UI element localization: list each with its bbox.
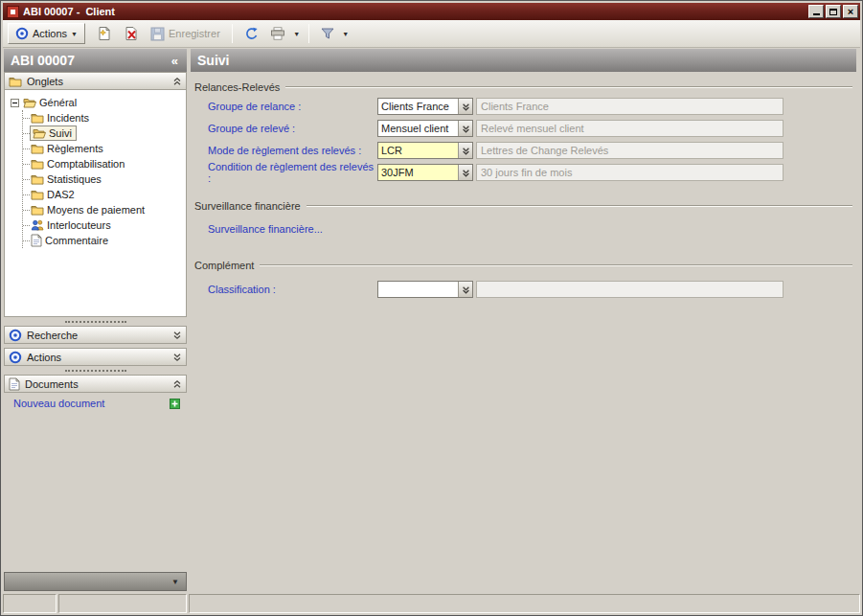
documents-icon [9,377,20,391]
sidebar-bottom-strip[interactable]: ▼ [4,572,187,591]
chevron-up-icon[interactable] [172,77,182,86]
chevron-down-icon[interactable] [172,353,182,362]
delete-button[interactable] [118,23,145,44]
surveillance-link-row: Surveillance financière... [208,223,854,235]
tree-connector [23,225,30,226]
tree-item-label: Commentaire [45,234,111,247]
tree-collapse-icon[interactable] [11,99,19,107]
sidebar-collapse-button[interactable]: « [170,54,180,68]
toolbar-separator [232,24,233,43]
sidebar-header: ABI 00007 « [4,49,187,72]
titlebar: ABI 00007 - Client × [3,3,860,20]
tree-item-das2[interactable]: DAS2 [23,187,184,202]
combo-dropdown-button[interactable] [458,165,472,180]
field-label: Condition de règlement des relevés : [208,161,377,184]
close-button[interactable]: × [843,5,858,18]
folder-icon [31,112,44,124]
minimize-button[interactable] [808,5,824,18]
actions-menu-label: Actions [33,28,67,39]
filter-dropdown-icon: ▼ [342,31,349,37]
filter-button[interactable] [315,23,340,44]
page-title: Suivi [197,53,850,68]
condition-reglement-combo[interactable]: 30JFM [377,164,473,181]
delete-icon [124,26,139,41]
tree-selection: Suivi [30,125,77,141]
print-dropdown-icon: ▼ [293,31,300,37]
tree-item-suivi[interactable]: Suivi [23,125,184,141]
strip-dropdown-icon: ▼ [171,579,179,585]
tree-item-label: Règlements [47,142,106,155]
groupe-releve-combo[interactable]: Mensuel client [377,120,473,137]
main-panel: Suivi Relances-Relevés Groupe de relance… [191,49,859,591]
maximize-button[interactable] [826,5,841,18]
tree-connector [23,240,30,241]
new-document-link[interactable]: Nouveau document [13,398,170,409]
classification-display [476,281,784,298]
add-document-button[interactable] [170,399,180,409]
tree-item-label: DAS2 [47,188,78,201]
main-content: Relances-Relevés Groupe de relance : Cli… [191,72,856,591]
tree-item-label: Comptabilisation [47,157,127,171]
refresh-button[interactable] [238,23,264,44]
combo-arrow-icon [462,169,470,177]
tree-item-comptabilisation[interactable]: Comptabilisation [23,156,184,171]
print-dropdown-button[interactable]: ▼ [291,23,303,44]
combo-value: Clients France [378,99,458,114]
field-label: Classification : [208,284,377,295]
plus-icon [170,399,180,409]
combo-value: Mensuel client [378,121,458,136]
panel-header-documents[interactable]: Documents [4,375,187,393]
classification-combo[interactable] [377,281,473,298]
maximize-icon [829,9,837,15]
chevron-up-icon[interactable] [172,379,182,389]
panel-header-actions[interactable]: Actions [4,348,187,366]
tree-item-incidents[interactable]: Incidents [23,110,184,125]
panel-header-recherche[interactable]: Recherche [4,326,187,344]
refresh-icon [244,27,259,41]
toolbar-separator [308,24,309,43]
groupe-relance-combo[interactable]: Clients France [377,98,473,115]
tree-item-commentaire[interactable]: Commentaire [23,233,184,248]
panel-header-onglets[interactable]: Onglets [4,72,187,90]
close-icon: × [848,7,853,16]
toolbar: Actions ▼ Enregistrer [3,20,860,48]
tree-item-reglements[interactable]: Règlements [23,141,184,156]
combo-arrow-icon [462,103,470,111]
group-divider [260,264,852,266]
new-document-icon [97,26,112,41]
tree-item-interlocuteurs[interactable]: Interlocuteurs [23,217,184,233]
group-divider [285,86,852,88]
tree-item-general[interactable]: Général [8,95,184,110]
panel-recherche-label: Recherche [27,330,168,341]
panel-onglets-label: Onglets [27,76,168,87]
tree-item-label: Moyens de paiement [47,203,148,217]
tree-item-moyens-de-paiement[interactable]: Moyens de paiement [23,202,184,217]
splitter-dots[interactable] [4,366,187,375]
combo-dropdown-button[interactable] [458,282,472,297]
tree-item-statistiques[interactable]: Statistiques [23,171,184,187]
save-button[interactable]: Enregistrer [145,23,226,44]
group-complement: Complément [194,260,854,271]
splitter-dots[interactable] [4,317,187,326]
filter-dropdown-button[interactable]: ▼ [340,23,352,44]
combo-dropdown-button[interactable] [458,121,472,136]
combo-dropdown-button[interactable] [458,99,472,114]
chevron-down-icon[interactable] [172,331,182,340]
mode-reglement-combo[interactable]: LCR [377,142,473,159]
print-button[interactable] [264,23,291,44]
new-document-button[interactable] [91,23,118,44]
actions-roundel-icon [15,27,29,40]
field-row-groupe-releve: Groupe de relevé : Mensuel client Relevé… [208,120,854,137]
group-surveillance-financiere: Surveillance financière [194,200,854,212]
field-row-groupe-relance: Groupe de relance : Clients France Clien… [208,98,854,115]
surveillance-financiere-link[interactable]: Surveillance financière... [208,223,323,235]
panel-actions-label: Actions [27,352,168,363]
group-divider [307,205,852,207]
page-title-bar: Suivi [191,49,856,72]
combo-dropdown-button[interactable] [458,143,472,158]
window-title: ABI 00007 - Client [23,6,806,17]
actions-menu-button[interactable]: Actions ▼ [8,23,85,44]
app-window: ABI 00007 - Client × Actions ▼ [0,0,863,616]
status-cell [189,594,860,613]
combo-value [378,282,458,297]
